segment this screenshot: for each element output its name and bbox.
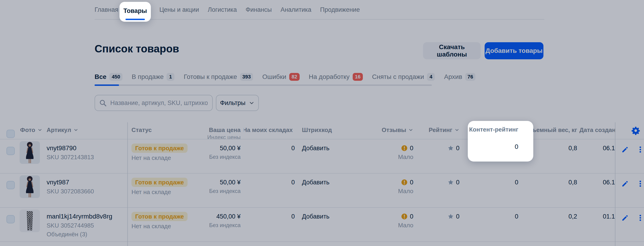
- products-page: Главная Товары Цены и акции Логистика Фи…: [0, 0, 644, 246]
- dim-overlay: [0, 0, 644, 246]
- highlighted-nav-tab-products[interactable]: Товары: [120, 2, 151, 22]
- content-rating-highlight-value: 0: [514, 143, 518, 150]
- active-nav-indicator: [126, 19, 145, 20]
- content-rating-column-header: Контент-рейтинг: [469, 126, 518, 133]
- highlighted-content-rating-column: Контент-рейтинг 0: [468, 121, 533, 162]
- nav-tab-label: Товары: [120, 8, 151, 14]
